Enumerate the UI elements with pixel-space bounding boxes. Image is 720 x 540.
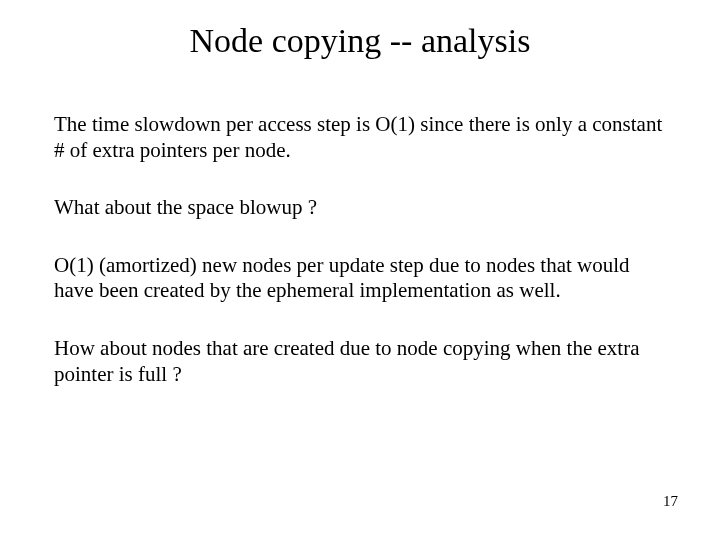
slide-title: Node copying -- analysis [0, 22, 720, 60]
page-number: 17 [663, 493, 678, 510]
paragraph: The time slowdown per access step is O(1… [54, 112, 666, 163]
slide-body: The time slowdown per access step is O(1… [54, 112, 666, 419]
slide: Node copying -- analysis The time slowdo… [0, 0, 720, 540]
paragraph: O(1) (amortized) new nodes per update st… [54, 253, 666, 304]
paragraph: What about the space blowup ? [54, 195, 666, 221]
paragraph: How about nodes that are created due to … [54, 336, 666, 387]
